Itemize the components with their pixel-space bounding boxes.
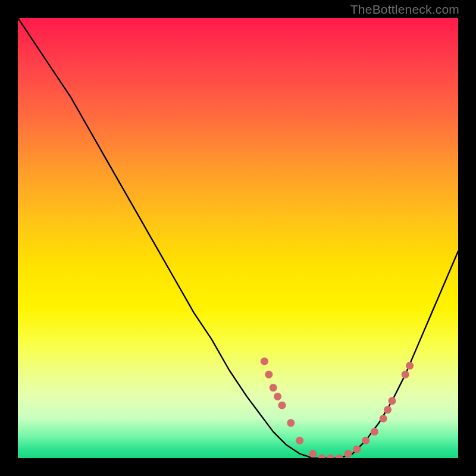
highlight-point [402,371,409,378]
highlight-point [309,450,317,458]
highlight-point [345,450,352,458]
highlight-point [353,446,361,453]
highlight-point [327,455,334,459]
plot-area [18,18,458,458]
bottleneck-curve [18,18,458,458]
highlight-point [389,397,396,405]
highlight-point [336,455,343,459]
highlight-point [362,437,369,444]
highlight-point [265,371,273,378]
highlight-point [270,384,277,392]
chart-stage: TheBottleneck.com [0,0,476,476]
highlight-point [274,393,281,400]
highlight-point [296,437,303,444]
highlight-point [371,428,378,436]
highlight-point [287,419,295,427]
highlight-point [384,406,392,414]
highlight-point [318,455,325,459]
highlight-point [278,402,286,409]
highlight-points [261,358,414,458]
highlight-point [406,362,414,369]
plot-overlay [18,18,458,458]
highlight-point [380,415,387,422]
watermark-label: TheBottleneck.com [350,2,459,17]
highlight-point [261,358,268,365]
